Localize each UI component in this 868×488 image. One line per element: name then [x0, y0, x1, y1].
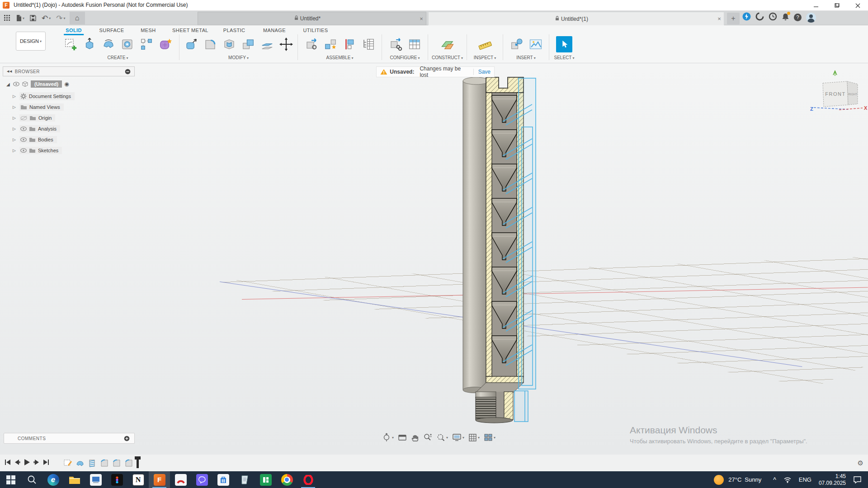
system-app-icon[interactable] [85, 471, 106, 488]
tab-plastic[interactable]: PLASTIC [221, 27, 248, 34]
expand-arrow-icon[interactable]: ▷ [13, 127, 17, 131]
eye-icon[interactable] [20, 137, 27, 142]
viewcube-front-label[interactable]: FRONT [825, 91, 845, 97]
fillet-icon[interactable] [201, 35, 220, 54]
timeline-feature-revolve[interactable] [75, 458, 85, 468]
start-button-icon[interactable] [0, 471, 21, 488]
history-clock-icon[interactable] [769, 12, 777, 23]
clock[interactable]: 1:45 07.09.2025 [819, 473, 846, 487]
browser-item-bodies[interactable]: ▷ Bodies [13, 135, 57, 144]
insert-menu[interactable]: INSERT [516, 55, 536, 60]
browser-item-document-settings[interactable]: ▷ Document Settings [13, 92, 75, 101]
browser-item-origin[interactable]: ▷ Origin [13, 113, 55, 122]
viber-icon[interactable] [191, 471, 212, 488]
viewports-icon[interactable] [484, 433, 495, 441]
minimize-icon[interactable] [806, 0, 826, 11]
position-icon[interactable] [340, 35, 359, 54]
microsoft-store-icon[interactable] [212, 471, 234, 488]
browser-root-item[interactable]: ◢ (Unsaved) ◉ [6, 80, 69, 89]
file-explorer-icon[interactable] [64, 471, 85, 488]
tab-manage[interactable]: MANAGE [260, 27, 288, 34]
red-arc-app-icon[interactable] [170, 471, 191, 488]
select-icon[interactable] [556, 36, 572, 52]
app-grid-icon[interactable] [3, 12, 12, 24]
tab-utilities[interactable]: UTILITIES [301, 27, 331, 34]
create-form-icon[interactable] [156, 35, 175, 54]
figma-icon[interactable] [106, 471, 127, 488]
notification-center-icon[interactable] [853, 476, 862, 483]
expand-arrow-icon[interactable]: ▷ [13, 105, 17, 109]
timeline-feature-thread[interactable] [87, 458, 97, 468]
weather-sun-icon[interactable] [714, 475, 724, 485]
tab-solid[interactable]: SOLID [63, 27, 85, 34]
pattern-icon[interactable] [137, 35, 156, 54]
file-menu-icon[interactable] [14, 12, 26, 24]
eye-icon[interactable] [20, 127, 27, 131]
split-body-icon[interactable] [258, 35, 277, 54]
panel-minus-icon[interactable] [125, 69, 131, 75]
comments-panel[interactable]: COMMENTS [4, 433, 135, 444]
modify-menu[interactable]: MODIFY [228, 55, 249, 60]
eye-icon[interactable] [20, 148, 27, 153]
job-status-icon[interactable] [755, 12, 764, 23]
help-icon[interactable] [794, 14, 802, 21]
insert-derive-icon[interactable] [507, 35, 526, 54]
notion-icon[interactable]: N [127, 471, 149, 488]
expand-arrow-icon[interactable]: ▷ [13, 148, 17, 153]
tab-close-icon[interactable] [715, 15, 724, 22]
construct-menu[interactable]: CONSTRUCT [432, 55, 463, 60]
add-comment-icon[interactable] [124, 436, 130, 441]
play-icon[interactable] [24, 459, 30, 468]
edge-icon[interactable]: e [42, 471, 64, 488]
browser-item-named-views[interactable]: ▷ Named Views [13, 103, 64, 112]
hole-icon[interactable] [118, 35, 137, 54]
create-sketch-icon[interactable] [61, 35, 80, 54]
pan-icon[interactable] [411, 433, 419, 442]
revolve-icon[interactable] [99, 35, 118, 54]
timeline-position-marker[interactable] [137, 456, 139, 468]
opera-icon[interactable] [297, 471, 319, 488]
browser-item-sketches[interactable]: ▷ Sketches [13, 146, 62, 155]
measure-icon[interactable] [476, 35, 495, 54]
grid-settings-icon[interactable] [468, 433, 480, 442]
collapse-panel-icon[interactable]: ◀◀ [7, 70, 12, 73]
eye-hidden-icon[interactable] [20, 116, 27, 121]
extrude-icon[interactable] [80, 35, 99, 54]
weather-condition[interactable]: Sunny [745, 476, 761, 483]
insert-canvas-icon[interactable] [526, 35, 545, 54]
language-indicator[interactable]: ENG [799, 476, 811, 483]
look-at-icon[interactable] [398, 433, 407, 441]
green-office-app-icon[interactable] [255, 471, 276, 488]
eye-icon[interactable] [13, 82, 19, 86]
model-sectioned-cylinder[interactable] [459, 75, 542, 432]
joint-icon[interactable] [321, 35, 340, 54]
create-menu[interactable]: CREATE [108, 55, 128, 60]
redo-icon[interactable]: ↷ [55, 12, 66, 24]
timeline-feature-sketch[interactable] [63, 458, 73, 468]
step-forward-icon[interactable] [33, 459, 40, 467]
construction-plane-icon[interactable] [438, 35, 457, 54]
zoom-window-icon[interactable] [436, 433, 448, 442]
fusion-360-icon[interactable]: F [149, 471, 170, 488]
go-to-end-icon[interactable] [43, 459, 49, 467]
profile-avatar[interactable] [806, 13, 816, 23]
extension-bolt-icon[interactable] [742, 12, 751, 23]
select-menu[interactable]: SELECT [554, 55, 575, 60]
search-icon[interactable] [21, 471, 42, 488]
configuration-table-icon[interactable] [405, 35, 424, 54]
tab-sheet-metal[interactable]: SHEET METAL [170, 27, 211, 34]
combine-icon[interactable] [239, 35, 258, 54]
timeline-feature-chamfer[interactable] [112, 458, 122, 468]
tab-mesh[interactable]: MESH [138, 27, 158, 34]
home-icon[interactable]: ⌂ [70, 12, 85, 24]
browser-panel-header[interactable]: ◀◀ BROWSER [3, 66, 135, 76]
viewport[interactable]: Unsaved: Changes may be lost Save ◀◀ BRO… [0, 63, 868, 455]
timeline-feature-chamfer[interactable] [124, 458, 134, 468]
expand-arrow-icon[interactable]: ▷ [13, 94, 17, 99]
move-icon[interactable] [277, 35, 296, 54]
assemble-menu[interactable]: ASSEMBLE [326, 55, 354, 60]
expand-arrow-icon[interactable]: ◢ [6, 82, 11, 87]
viewcube-right-label[interactable]: RIGHT [848, 93, 857, 96]
chrome-icon[interactable] [276, 471, 297, 488]
parts-list-icon[interactable] [359, 35, 378, 54]
